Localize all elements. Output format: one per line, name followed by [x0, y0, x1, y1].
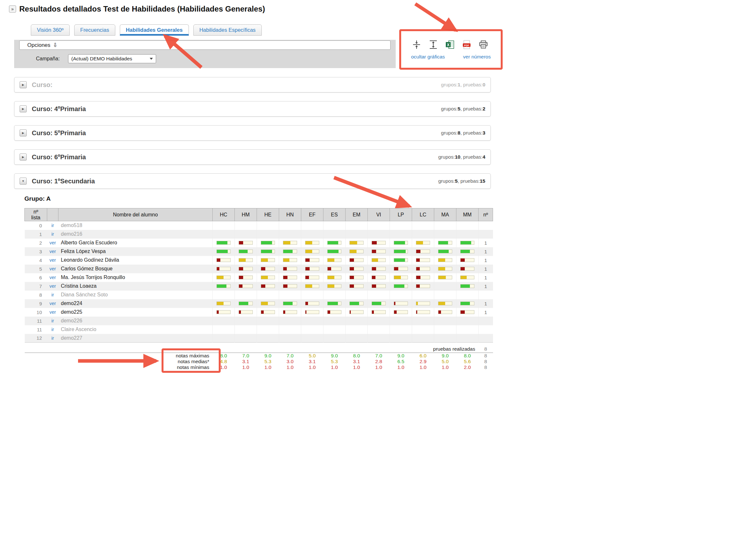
view-student-link[interactable]: ver	[50, 284, 56, 289]
tab-frecuencias[interactable]: Frecuencias	[74, 24, 115, 36]
view-numbers-link[interactable]: ver números	[463, 54, 491, 60]
course-section[interactable]: ▼Curso: 1ºSecundariagrupos:5, pruebas:15	[14, 173, 491, 189]
table-row: 5verCarlos Gómez Bosque1	[25, 265, 493, 273]
score-bar	[460, 301, 474, 305]
table-row: 12irdemo227	[25, 334, 493, 343]
score-cell	[301, 325, 323, 334]
score-cell	[412, 325, 434, 334]
view-student-link[interactable]: ver	[50, 275, 56, 280]
score-bar	[460, 284, 474, 288]
score-bar-fill	[372, 259, 378, 262]
score-bar-fill	[350, 302, 359, 305]
tab-habilidades-especficas[interactable]: Habilidades Específicas	[193, 24, 262, 36]
score-bar	[261, 258, 275, 262]
score-bar-fill	[461, 250, 470, 253]
score-cell	[390, 308, 412, 316]
go-student-link[interactable]: ir	[52, 292, 54, 297]
score-cell	[434, 256, 456, 265]
view-student-link[interactable]: ver	[50, 240, 56, 245]
collapse-course-icon[interactable]: ▼	[20, 178, 27, 185]
score-cell	[346, 265, 368, 273]
score-cell	[213, 273, 235, 282]
score-bar-fill	[239, 302, 248, 305]
campaign-select[interactable]: (Actual) DEMO Habilidades	[68, 54, 156, 63]
excel-export-icon[interactable]: X	[445, 40, 455, 50]
expand-course-icon[interactable]: ▶	[20, 105, 27, 112]
score-cell	[235, 325, 257, 334]
score-bar	[394, 310, 408, 314]
collapse-panel-icon[interactable]: »	[9, 5, 16, 12]
score-bar	[350, 250, 364, 253]
col-header-hm: HM	[235, 208, 257, 221]
score-bar-fill	[305, 276, 309, 279]
expand-course-icon[interactable]: ▶	[20, 154, 27, 161]
hide-charts-link[interactable]: ocultar gráficas	[411, 54, 445, 60]
tab-habilidades-generales[interactable]: Habilidades Generales	[120, 24, 189, 36]
options-header[interactable]: Opciones ⇩	[19, 40, 390, 50]
score-cell	[213, 316, 235, 325]
course-section[interactable]: ▶Curso:grupos:1, pruebas:0	[14, 77, 491, 92]
score-bar-fill	[305, 250, 312, 253]
expand-course-icon[interactable]: ▶	[20, 81, 27, 88]
view-student-link[interactable]: ver	[50, 249, 56, 254]
course-section[interactable]: ▶Curso: 5ºPrimariagrupos:8, pruebas:3	[14, 125, 491, 141]
score-cell	[434, 334, 456, 343]
score-bar	[305, 301, 319, 305]
note-count: 8	[479, 359, 493, 364]
view-student-link[interactable]: ver	[50, 266, 56, 271]
score-bar	[216, 310, 230, 314]
score-cell	[390, 282, 412, 291]
score-bar-fill	[217, 284, 226, 288]
score-cell	[412, 299, 434, 308]
expand-rows-icon[interactable]	[429, 40, 438, 50]
score-cell	[257, 282, 279, 291]
score-bar-fill	[438, 276, 446, 279]
note-value: 9.0	[390, 353, 412, 359]
tab-visin-360[interactable]: Visión 360º	[31, 24, 70, 36]
score-bar	[460, 258, 474, 262]
view-student-link[interactable]: ver	[50, 301, 56, 306]
score-bar	[350, 310, 364, 314]
expand-course-icon[interactable]: ▶	[20, 129, 27, 136]
row-number: 11	[25, 325, 47, 334]
score-cell	[301, 256, 323, 265]
view-student-link[interactable]: ver	[50, 258, 56, 263]
score-bar	[261, 241, 275, 245]
view-student-link[interactable]: ver	[50, 309, 56, 315]
tests-count: 2	[482, 106, 485, 111]
course-section[interactable]: ▶Curso: 6ºPrimariagrupos:10, pruebas:4	[14, 149, 491, 165]
campaign-select-value: (Actual) DEMO Habilidades	[71, 56, 132, 62]
score-bar-fill	[438, 267, 445, 270]
score-cell	[257, 291, 279, 299]
score-cell	[235, 239, 257, 247]
table-row: 10verdemo2251	[25, 308, 493, 316]
go-student-link[interactable]: ir	[52, 318, 54, 323]
score-bar-fill	[261, 284, 265, 288]
tests-count-cell: 1	[479, 282, 493, 291]
groups-label: grupos:	[441, 106, 458, 111]
go-student-link[interactable]: ir	[52, 231, 54, 237]
score-cell	[368, 247, 390, 256]
table-row: 0irdemo518	[25, 221, 493, 230]
score-bar-fill	[394, 250, 406, 253]
course-title: Curso: 1ºSecundaria	[32, 178, 95, 185]
score-bar	[216, 276, 230, 279]
course-section[interactable]: ▶Curso: 4ºPrimariagrupos:5, pruebas:2	[14, 101, 491, 116]
score-bar-fill	[350, 276, 354, 279]
student-name: demo224	[59, 299, 213, 308]
go-student-link[interactable]: ir	[52, 223, 54, 228]
score-bar-fill	[217, 259, 220, 262]
score-cell	[323, 273, 346, 282]
course-stats: grupos:1, pruebas:0	[441, 82, 485, 88]
score-bar	[394, 258, 408, 262]
note-value: 8.0	[213, 353, 235, 359]
score-bar	[261, 276, 275, 279]
print-icon[interactable]	[479, 40, 488, 50]
go-student-link[interactable]: ir	[52, 336, 54, 341]
score-bar	[438, 310, 452, 314]
pdf-export-icon[interactable]: PDF	[462, 40, 471, 50]
score-bar	[216, 250, 230, 253]
score-cell	[434, 273, 456, 282]
go-student-link[interactable]: ir	[52, 327, 54, 332]
collapse-rows-icon[interactable]	[412, 40, 422, 50]
